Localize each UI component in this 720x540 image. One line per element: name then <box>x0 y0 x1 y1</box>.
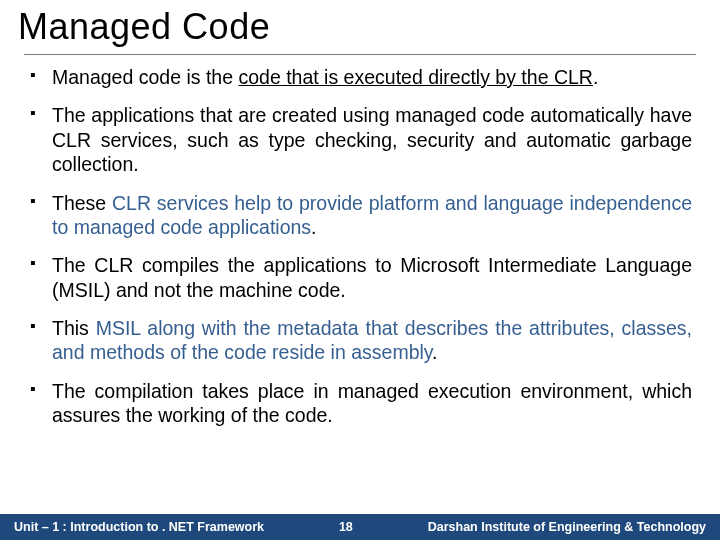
bullet-list: Managed code is the code that is execute… <box>28 65 692 428</box>
bullet-text: The CLR compiles the applications to Mic… <box>52 254 692 300</box>
bullet-text: . <box>432 341 437 363</box>
slide-footer: Unit – 1 : Introduction to . NET Framewo… <box>0 514 720 540</box>
bullet-highlight: MSIL along with the metadata that descri… <box>52 317 692 363</box>
footer-page-number: 18 <box>264 520 428 534</box>
bullet-text: The applications that are created using … <box>52 104 692 175</box>
bullet-2: The applications that are created using … <box>28 103 692 176</box>
bullet-text: . <box>593 66 598 88</box>
bullet-text: Managed code is the <box>52 66 238 88</box>
bullet-highlight: CLR services help to provide platform an… <box>52 192 692 238</box>
title-wrap: Managed Code <box>0 0 720 52</box>
slide-title: Managed Code <box>18 6 702 48</box>
bullet-4: The CLR compiles the applications to Mic… <box>28 253 692 302</box>
bullet-underline: code that is executed directly by the CL… <box>238 66 592 88</box>
footer-left: Unit – 1 : Introduction to . NET Framewo… <box>14 520 264 534</box>
bullet-1: Managed code is the code that is execute… <box>28 65 692 89</box>
bullet-6: The compilation takes place in managed e… <box>28 379 692 428</box>
slide: Managed Code Managed code is the code th… <box>0 0 720 540</box>
bullet-text: . <box>311 216 316 238</box>
bullet-text: The compilation takes place in managed e… <box>52 380 692 426</box>
bullet-3: These CLR services help to provide platf… <box>28 191 692 240</box>
bullet-5: This MSIL along with the metadata that d… <box>28 316 692 365</box>
bullet-text: This <box>52 317 96 339</box>
footer-right: Darshan Institute of Engineering & Techn… <box>428 520 706 534</box>
bullet-text: These <box>52 192 112 214</box>
slide-content: Managed code is the code that is execute… <box>0 55 720 514</box>
